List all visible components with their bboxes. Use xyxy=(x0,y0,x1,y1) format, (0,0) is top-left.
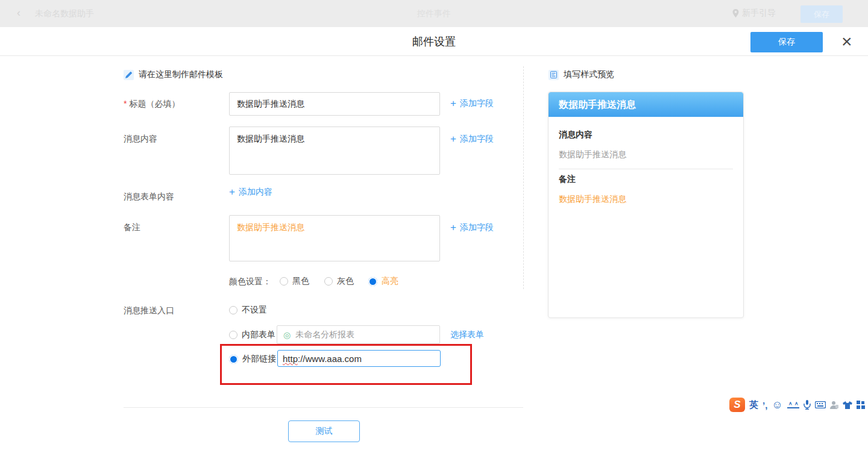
preview-card-header: 数据助手推送消息 xyxy=(549,92,743,117)
content-field-label: 消息内容 xyxy=(124,134,157,145)
modal-title: 邮件设置 xyxy=(0,27,868,56)
plus-icon: + xyxy=(450,223,456,232)
document-icon xyxy=(549,70,559,80)
skin-shirt-icon[interactable] xyxy=(843,401,852,409)
preview-remark-value: 数据助手推送消息 xyxy=(559,194,733,205)
guide-label: 新手引导 xyxy=(742,8,776,19)
radio-icon[interactable] xyxy=(229,331,237,339)
preview-divider xyxy=(559,169,733,169)
remark-field-label: 备注 xyxy=(124,222,140,233)
pencil-icon xyxy=(124,70,134,80)
external-link-rest: ://www.aaa.com xyxy=(298,354,362,364)
bottom-divider xyxy=(124,407,523,408)
target-icon: ◎ xyxy=(283,330,291,340)
vertical-separator xyxy=(523,66,524,289)
location-pin-icon xyxy=(732,9,739,17)
keyboard-icon[interactable] xyxy=(815,401,826,408)
form-content-label: 消息表单内容 xyxy=(124,192,174,202)
punctuation-icon[interactable]: ’, xyxy=(763,400,767,410)
add-field-link-content[interactable]: + 添加字段 xyxy=(450,134,494,145)
test-button[interactable]: 测试 xyxy=(288,420,360,442)
color-setting-label: 颜色设置： xyxy=(229,276,271,287)
plus-icon: + xyxy=(229,188,235,196)
microphone-icon[interactable] xyxy=(804,400,811,410)
guide-item[interactable]: 新手引导 xyxy=(732,8,776,19)
plus-icon: + xyxy=(450,135,456,143)
entry-label: 消息推送入口 xyxy=(124,305,174,316)
content-textarea[interactable]: 数据助手推送消息 xyxy=(229,126,440,175)
ime-language-mode[interactable]: 英 xyxy=(749,399,758,411)
preview-remark-label: 备注 xyxy=(559,174,733,185)
toolbox-grid-icon[interactable] xyxy=(857,401,865,409)
template-hint-label: 请在这里制作邮件模板 xyxy=(139,69,223,80)
add-content-link[interactable]: + 添加内容 xyxy=(229,187,272,198)
add-field-link-title[interactable]: + 添加字段 xyxy=(450,98,494,109)
color-option-black[interactable]: 黑色 xyxy=(280,276,309,287)
template-hint: 请在这里制作邮件模板 xyxy=(124,69,223,80)
sogou-logo-icon[interactable]: S xyxy=(729,398,745,412)
topbar-save-button[interactable]: 保存 xyxy=(800,5,843,23)
preview-hint-label: 填写样式预览 xyxy=(564,69,614,80)
kaomoji-icon[interactable]: ＾＾ xyxy=(787,402,799,408)
close-icon[interactable]: × xyxy=(841,30,852,53)
preview-hint: 填写样式预览 xyxy=(549,69,614,80)
ime-toolbar: S 英 ’, ☺ ＾＾ xyxy=(729,396,865,414)
entry-option-external[interactable]: 外部链接 xyxy=(229,354,276,364)
internal-form-input[interactable]: ◎ 未命名分析报表 xyxy=(277,325,440,344)
preview-content-value: 数据助手推送消息 xyxy=(559,149,733,160)
required-asterisk: * xyxy=(124,99,127,108)
color-option-highlight[interactable]: 高亮 xyxy=(368,276,398,287)
plus-icon: + xyxy=(450,99,456,108)
title-field-label: *标题（必填） xyxy=(124,99,180,110)
preview-card: 数据助手推送消息 消息内容 数据助手推送消息 备注 数据助手推送消息 xyxy=(548,92,744,318)
save-button[interactable]: 保存 xyxy=(750,32,823,52)
select-form-link[interactable]: 选择表单 xyxy=(450,330,484,340)
external-link-input[interactable]: http://www.aaa.com xyxy=(277,350,441,367)
remark-textarea[interactable]: 数据助手推送消息 xyxy=(229,215,440,261)
entry-option-none[interactable]: 不设置 xyxy=(229,305,267,316)
color-option-gray[interactable]: 灰色 xyxy=(324,276,354,287)
smiley-icon[interactable]: ☺ xyxy=(772,399,782,411)
radio-icon[interactable] xyxy=(280,277,288,286)
preview-content-label: 消息内容 xyxy=(559,130,733,140)
external-link-prefix: http xyxy=(283,354,298,364)
title-input[interactable] xyxy=(229,92,440,116)
radio-selected-icon[interactable] xyxy=(368,277,377,286)
internal-form-value: 未命名分析报表 xyxy=(295,330,354,340)
account-icon[interactable] xyxy=(830,401,838,409)
radio-icon[interactable] xyxy=(324,277,333,286)
radio-icon[interactable] xyxy=(229,306,237,314)
radio-selected-icon[interactable] xyxy=(229,355,238,364)
entry-option-internal[interactable]: 内部表单 xyxy=(229,330,275,340)
add-field-link-remark[interactable]: + 添加字段 xyxy=(450,222,494,233)
app-topbar: ‹ 未命名数据助手 控件事件 新手引导 保存 xyxy=(0,0,868,27)
